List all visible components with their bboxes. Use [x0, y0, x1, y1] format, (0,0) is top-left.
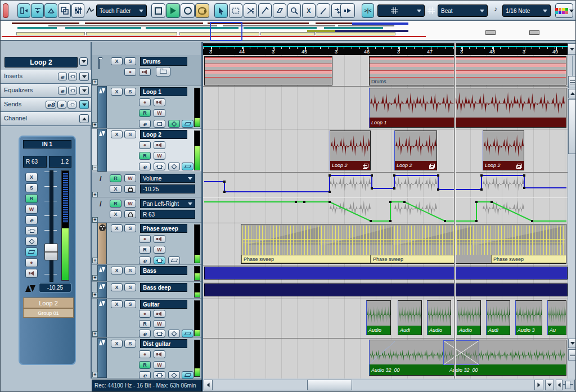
eq-bypass-button[interactable]: [68, 87, 77, 94]
region-guitar-2[interactable]: Audi: [398, 300, 422, 335]
folder-open-button[interactable]: [156, 67, 170, 76]
insert-bypass-button[interactable]: [154, 256, 165, 264]
record-enable-button[interactable]: ●: [139, 310, 151, 318]
project-overview[interactable]: [1, 21, 576, 41]
track-name[interactable]: Bass deep: [140, 283, 187, 292]
inspector-section-inserts[interactable]: Inserts e: [1, 70, 91, 84]
zoom-slider-handle[interactable]: [565, 381, 570, 389]
tool-draw-button[interactable]: [317, 3, 330, 18]
automation-value[interactable]: R 63: [140, 210, 195, 219]
edit-channel-button[interactable]: e: [139, 120, 151, 128]
tool-split-button[interactable]: [244, 3, 257, 18]
automation-mode-select[interactable]: Touch Fader: [96, 4, 147, 17]
snap-button[interactable]: >|<: [362, 3, 374, 18]
send-bypass-button[interactable]: [182, 330, 194, 337]
read-automation-button[interactable]: R: [139, 320, 151, 328]
mute-button[interactable]: X: [111, 130, 123, 138]
write-automation-button[interactable]: W: [154, 152, 165, 160]
volume-automation-curve[interactable]: [203, 172, 568, 197]
timeline-ruler[interactable]: 3 44 3 45 3 46 3 47 3 48 3 49: [203, 43, 568, 55]
expand-toggle[interactable]: +: [92, 79, 98, 85]
channel-monitor-button[interactable]: [25, 269, 38, 278]
track-row-dist-guitar[interactable]: X S Dist guitar ● R W e: [92, 338, 201, 379]
send-bypass-button[interactable]: [182, 120, 194, 128]
lock-button[interactable]: [124, 210, 136, 218]
vertical-zoom-handle[interactable]: [568, 76, 576, 88]
part-bass[interactable]: [204, 267, 568, 280]
channel-write-button[interactable]: W: [25, 205, 38, 214]
transport-record-button[interactable]: [181, 3, 195, 18]
channel-eq-bypass-button[interactable]: [25, 237, 38, 246]
send-bypass-button[interactable]: [182, 163, 194, 170]
expand-toggle[interactable]: −: [92, 165, 98, 170]
channel-record-enable-button[interactable]: ●: [25, 258, 38, 267]
edit-channel-button[interactable]: e: [139, 330, 151, 337]
solo-button[interactable]: S: [124, 57, 136, 65]
expand-toggle[interactable]: +: [92, 192, 98, 197]
monitor-button[interactable]: [154, 350, 165, 358]
monitor-button[interactable]: [154, 98, 165, 106]
insert-bypass-button[interactable]: [154, 371, 165, 379]
edit-channel-button[interactable]: e: [139, 371, 151, 379]
mute-button[interactable]: X: [111, 340, 123, 348]
channel-pan-display[interactable]: R 63: [23, 156, 47, 168]
pan-automation-curve[interactable]: [203, 197, 568, 223]
expand-toggle[interactable]: +: [92, 372, 98, 377]
region-loop2-2[interactable]: Loop 2: [394, 130, 437, 170]
write-automation-button[interactable]: W: [154, 361, 165, 369]
write-automation-button[interactable]: W: [154, 320, 165, 328]
record-enable-button[interactable]: ●: [124, 68, 136, 76]
waveform-zoom-handle[interactable]: [568, 349, 576, 361]
track-name[interactable]: Phase sweep: [140, 224, 187, 233]
inserts-expand-button[interactable]: [79, 72, 89, 81]
record-enable-button[interactable]: ●: [139, 235, 151, 243]
channel-send-bypass-button[interactable]: [25, 247, 38, 256]
channel-mute-button[interactable]: X: [25, 173, 38, 182]
monitor-button[interactable]: [154, 310, 165, 318]
horizontal-scroll-thumb[interactable]: [307, 380, 352, 390]
track-name[interactable]: Bass: [140, 266, 187, 275]
channel-fader-value[interactable]: -10.25: [39, 283, 71, 292]
zoom-out-button[interactable]: [556, 380, 562, 390]
region-guitar-1[interactable]: Audio: [366, 300, 391, 335]
read-automation-button[interactable]: R: [110, 174, 122, 182]
eq-expand-button[interactable]: [79, 86, 89, 95]
grid-mode-select[interactable]: Beat: [438, 4, 488, 17]
ruler-menu-button[interactable]: [568, 43, 576, 55]
overview-view-rectangle[interactable]: [210, 22, 242, 41]
mute-button[interactable]: X: [111, 88, 123, 96]
inspector-section-equalizers[interactable]: Equalizers e: [1, 84, 91, 98]
record-enable-button[interactable]: ●: [139, 350, 151, 358]
write-automation-button[interactable]: W: [124, 200, 136, 208]
solo-button[interactable]: S: [124, 267, 136, 274]
mixer-button[interactable]: [71, 3, 84, 18]
mute-button[interactable]: X: [111, 267, 123, 274]
track-row-volume-automation[interactable]: / R W Volume X -10.25: [92, 172, 201, 197]
insert-bypass-button[interactable]: [154, 120, 165, 128]
inspector-title-menu-button[interactable]: [79, 57, 88, 66]
track-row-drums[interactable]: X S Drums ●: [92, 55, 201, 86]
expand-toggle[interactable]: +: [92, 122, 98, 128]
region-loop2-3[interactable]: Loop 2: [483, 130, 524, 170]
mute-button[interactable]: X: [110, 185, 122, 193]
show-inspector-button[interactable]: [17, 3, 30, 18]
sends-fader-edit-button[interactable]: e8: [46, 101, 56, 109]
inserts-edit-button[interactable]: e: [58, 73, 67, 80]
monitor-button[interactable]: [139, 68, 151, 76]
write-automation-button[interactable]: W: [154, 246, 165, 254]
read-automation-button[interactable]: R: [139, 152, 151, 160]
region-loop1[interactable]: Loop 1: [369, 88, 566, 128]
part-phase-sweep[interactable]: Phase sweep Phase sweep Phase sweep: [241, 224, 566, 264]
write-automation-button[interactable]: W: [124, 174, 136, 182]
tool-select-button[interactable]: [214, 3, 228, 18]
expand-toggle[interactable]: +: [92, 258, 98, 263]
mute-button[interactable]: X: [111, 224, 123, 232]
expand-toggle[interactable]: +: [92, 275, 98, 281]
vertical-scrollbar[interactable]: [568, 55, 576, 379]
send-bypass-button[interactable]: [182, 371, 194, 379]
channel-solo-button[interactable]: S: [25, 183, 38, 192]
edit-channel-button[interactable]: e: [139, 256, 151, 264]
part-drums-2[interactable]: Drums: [369, 56, 566, 85]
sends-edit-button[interactable]: e: [57, 101, 66, 109]
eq-bypass-button[interactable]: [168, 120, 180, 128]
